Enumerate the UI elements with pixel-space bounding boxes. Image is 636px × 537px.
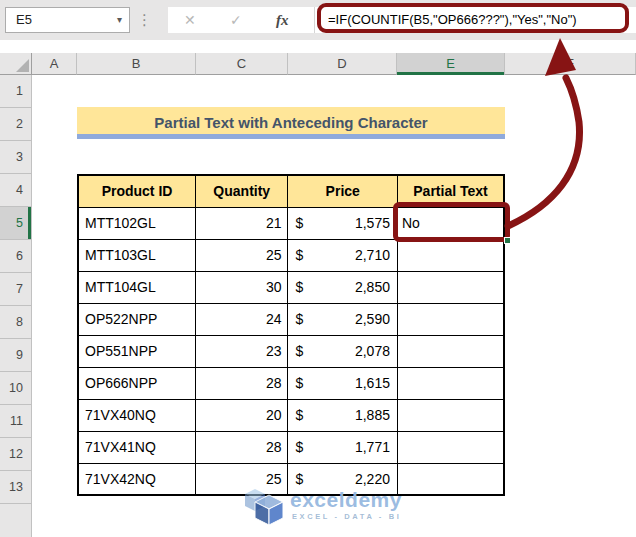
row-header-3[interactable]: 3	[0, 141, 31, 174]
select-all-triangle-icon	[16, 59, 29, 72]
active-cell-e5[interactable]: No	[397, 207, 504, 239]
price-amount: 1,771	[355, 439, 390, 455]
cell-partial-text[interactable]	[397, 335, 504, 367]
cell-quantity[interactable]: 24	[196, 303, 288, 335]
cell-quantity[interactable]: 28	[196, 367, 288, 399]
cancel-icon[interactable]: ✕	[184, 7, 196, 33]
table-header-cell[interactable]: Quantity	[196, 175, 288, 207]
row-header-column: 12345678910111213	[0, 75, 32, 537]
formula-text: =IF(COUNTIF(B5,"OP666???"),"Yes","No")	[328, 12, 577, 27]
enter-icon[interactable]: ✓	[230, 7, 242, 33]
currency-symbol: $	[295, 375, 303, 391]
formula-bar-row: E5 ▾ ⋮ ✕ ✓ fx =IF(COUNTIF(B5,"OP666???")…	[0, 0, 636, 40]
cell-price[interactable]: $1,885	[288, 399, 398, 431]
currency-symbol: $	[295, 279, 303, 295]
cell-partial-text[interactable]	[397, 303, 504, 335]
cell-product-id[interactable]: 71VX42NQ	[78, 463, 196, 495]
table-row: MTT103GL25$2,710	[78, 239, 504, 271]
cell-price[interactable]: $1,615	[288, 367, 398, 399]
row-header-2[interactable]: 2	[0, 108, 31, 141]
column-header-B[interactable]: B	[77, 53, 196, 75]
cell-partial-text[interactable]	[397, 239, 504, 271]
insert-function-icon[interactable]: fx	[276, 7, 289, 33]
cell-price[interactable]: $2,590	[288, 303, 398, 335]
price-amount: 1,615	[355, 375, 390, 391]
row-header-9[interactable]: 9	[0, 339, 31, 372]
cell-product-id[interactable]: 71VX41NQ	[78, 431, 196, 463]
cell-product-id[interactable]: MTT104GL	[78, 271, 196, 303]
table-header-cell[interactable]: Product ID	[78, 175, 196, 207]
cell-price[interactable]: $2,078	[288, 335, 398, 367]
cell-quantity[interactable]: 23	[196, 335, 288, 367]
currency-symbol: $	[295, 439, 303, 455]
cell-quantity[interactable]: 20	[196, 399, 288, 431]
table-row: OP666NPP28$1,615	[78, 367, 504, 399]
row-header-10[interactable]: 10	[0, 372, 31, 405]
table-header-cell[interactable]: Partial Text	[397, 175, 504, 207]
currency-symbol: $	[295, 343, 303, 359]
column-header-D[interactable]: D	[288, 53, 397, 75]
table-header-cell[interactable]: Price	[288, 175, 398, 207]
row-header-12[interactable]: 12	[0, 438, 31, 471]
cell-quantity[interactable]: 30	[196, 271, 288, 303]
name-box-value: E5	[16, 12, 32, 27]
column-header-A[interactable]: A	[32, 53, 77, 75]
cell-product-id[interactable]: MTT102GL	[78, 207, 196, 239]
select-all-button[interactable]	[0, 53, 32, 75]
cell-price[interactable]: $2,850	[288, 271, 398, 303]
price-amount: 2,850	[355, 279, 390, 295]
title-banner-cell[interactable]: Partial Text with Anteceding Character	[77, 107, 505, 139]
price-amount: 2,710	[355, 247, 390, 263]
cell-product-id[interactable]: OP666NPP	[78, 367, 196, 399]
row-header-6[interactable]: 6	[0, 240, 31, 273]
cell-quantity[interactable]: 25	[196, 463, 288, 495]
cell-price[interactable]: $2,710	[288, 239, 398, 271]
currency-symbol: $	[295, 471, 303, 487]
cell-product-id[interactable]: MTT103GL	[78, 239, 196, 271]
cell-product-id[interactable]: OP522NPP	[78, 303, 196, 335]
currency-symbol: $	[295, 215, 303, 231]
cell-product-id[interactable]: OP551NPP	[78, 335, 196, 367]
row-header-11[interactable]: 11	[0, 405, 31, 438]
formula-input[interactable]: =IF(COUNTIF(B5,"OP666???"),"Yes","No")	[314, 7, 636, 33]
watermark-tagline: EXCEL - DATA - BI	[290, 512, 402, 521]
column-header-F[interactable]: F	[505, 53, 636, 75]
cell-quantity[interactable]: 25	[196, 239, 288, 271]
cell-quantity[interactable]: 28	[196, 431, 288, 463]
name-box[interactable]: E5 ▾	[5, 7, 130, 33]
row-header-4[interactable]: 4	[0, 174, 31, 207]
cell-price[interactable]: $1,771	[288, 431, 398, 463]
row-header-7[interactable]: 7	[0, 273, 31, 306]
formula-bar-grip-icon: ⋮	[137, 7, 152, 33]
column-header-C[interactable]: C	[196, 53, 288, 75]
row-header-5[interactable]: 5	[0, 207, 31, 240]
cell-partial-text[interactable]	[397, 367, 504, 399]
row-header-8[interactable]: 8	[0, 306, 31, 339]
table-row: OP522NPP24$2,590	[78, 303, 504, 335]
name-box-dropdown-icon[interactable]: ▾	[117, 8, 122, 32]
price-amount: 2,078	[355, 343, 390, 359]
cell-price[interactable]: $1,575	[288, 207, 398, 239]
currency-symbol: $	[295, 247, 303, 263]
cell-partial-text[interactable]	[397, 271, 504, 303]
formula-buttons-panel: ✕ ✓ fx	[168, 7, 314, 33]
price-amount: 1,885	[355, 407, 390, 423]
cell-partial-text[interactable]	[397, 463, 504, 495]
row-header-1[interactable]: 1	[0, 75, 31, 108]
cell-price[interactable]: $2,220	[288, 463, 398, 495]
cell-partial-text[interactable]	[397, 431, 504, 463]
data-table: Product IDQuantityPricePartial Text MTT1…	[77, 174, 505, 496]
price-amount: 2,590	[355, 311, 390, 327]
cell-product-id[interactable]: 71VX40NQ	[78, 399, 196, 431]
excel-window: E5 ▾ ⋮ ✕ ✓ fx =IF(COUNTIF(B5,"OP666???")…	[0, 0, 636, 537]
cell-partial-text[interactable]	[397, 399, 504, 431]
row-header-13[interactable]: 13	[0, 471, 31, 504]
table-row: MTT102GL21$1,575No	[78, 207, 504, 239]
price-amount: 2,220	[355, 471, 390, 487]
table-row: 71VX41NQ28$1,771	[78, 431, 504, 463]
column-header-E[interactable]: E	[397, 53, 505, 75]
cell-quantity[interactable]: 21	[196, 207, 288, 239]
fill-handle[interactable]	[504, 237, 511, 244]
table-header-row: Product IDQuantityPricePartial Text	[78, 175, 504, 207]
currency-symbol: $	[295, 407, 303, 423]
